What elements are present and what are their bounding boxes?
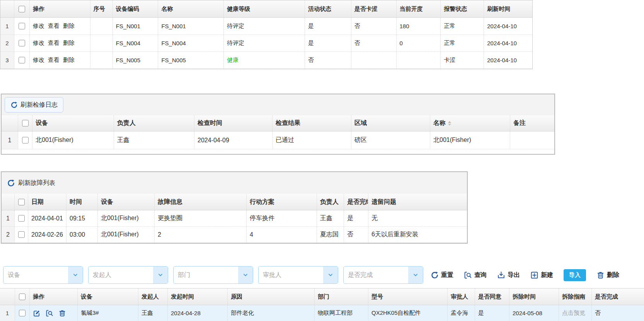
cell-stuck bbox=[351, 52, 396, 69]
col-header-seq: 序号 bbox=[90, 0, 112, 18]
cell-refresh-time: 2024-04-10 bbox=[484, 18, 532, 35]
create-button[interactable]: 新建 bbox=[530, 271, 553, 279]
row-checkbox[interactable] bbox=[22, 137, 29, 143]
cell-reason: 部件老化 bbox=[227, 305, 314, 321]
row-checkbox[interactable] bbox=[18, 215, 25, 222]
delete-link[interactable]: 删除 bbox=[63, 56, 75, 64]
reset-button[interactable]: 重置 bbox=[431, 271, 453, 279]
table-row: 3 修改 查看 删除 FS_N005 FS_N005 健康 否 卡涩 2024-… bbox=[0, 52, 532, 69]
sort-icon[interactable] bbox=[448, 121, 451, 126]
cell-refresh-time: 2024-04-10 bbox=[484, 35, 532, 52]
table-row-selected: 1 氯碱3# 王鑫 2024-04-28 部件老化 物联网工程部 QX2HK05… bbox=[0, 305, 644, 321]
completed-filter-select[interactable]: 是否完成 bbox=[343, 266, 423, 284]
cell-model: QX2HK05自检配件 bbox=[368, 305, 447, 321]
col-header-area: 区域 bbox=[351, 115, 430, 131]
cell-removal-time: 2024-05-08 bbox=[509, 305, 559, 321]
cell-remaining: 无 bbox=[368, 210, 467, 227]
row-checkbox[interactable] bbox=[19, 57, 25, 63]
chevron-down-icon bbox=[238, 266, 253, 283]
cell-remark bbox=[510, 131, 554, 149]
chevron-down-icon bbox=[408, 266, 423, 283]
cell-fault-info: 更换垫圈 bbox=[154, 210, 246, 227]
cell-agree: 是 bbox=[475, 305, 509, 321]
filter-toolbar: 设备 发起人 部门 审批人 是否完成 重置 查询 导出 bbox=[3, 266, 619, 284]
row-checkbox-cell bbox=[14, 210, 28, 227]
row-checkbox[interactable] bbox=[18, 231, 25, 238]
initiator-filter-select[interactable]: 发起人 bbox=[88, 266, 168, 284]
row-actions bbox=[29, 305, 77, 321]
import-button[interactable]: 导入 bbox=[564, 269, 586, 281]
col-header-approver: 审批人 bbox=[447, 289, 475, 305]
col-header-date: 日期 bbox=[28, 194, 66, 210]
view-link[interactable]: 查看 bbox=[48, 56, 60, 64]
row-checkbox-cell bbox=[15, 305, 29, 321]
col-header-model: 型号 bbox=[368, 289, 447, 305]
col-header-owner: 负责人 bbox=[317, 194, 344, 210]
approver-filter-select[interactable]: 审批人 bbox=[258, 266, 338, 284]
cell-time: 09:15 bbox=[66, 210, 97, 227]
select-all-checkbox[interactable] bbox=[18, 199, 25, 205]
export-icon bbox=[497, 271, 505, 279]
edit-link[interactable]: 修改 bbox=[33, 39, 44, 47]
row-checkbox[interactable] bbox=[19, 310, 26, 316]
col-header-name: 名称 bbox=[158, 0, 223, 18]
cell-approver: 孟令海 bbox=[447, 305, 475, 321]
delete-label: 删除 bbox=[607, 271, 619, 279]
col-header-check-result: 检查结果 bbox=[272, 115, 351, 131]
refresh-fault-list-button[interactable]: 刷新故障列表 bbox=[7, 179, 55, 187]
export-button[interactable]: 导出 bbox=[497, 271, 520, 279]
select-all-checkbox[interactable] bbox=[19, 294, 26, 300]
row-checkbox[interactable] bbox=[19, 40, 25, 46]
cell-opening bbox=[396, 52, 441, 69]
trash-icon[interactable] bbox=[58, 309, 66, 317]
cell-seq bbox=[90, 35, 112, 52]
row-checkbox[interactable] bbox=[19, 23, 25, 29]
col-header-active: 活动状态 bbox=[305, 0, 351, 18]
table-header-row: 操作 设备 发起人 发起时间 原因 部门 型号 审批人 是否同意 拆除时间 拆除… bbox=[0, 289, 644, 305]
view-link[interactable]: 查看 bbox=[48, 22, 60, 30]
cell-fault-info: 2 bbox=[154, 227, 246, 243]
cell-completed: 否 bbox=[591, 305, 644, 321]
cell-opening: 180 bbox=[396, 18, 441, 35]
cell-owner: 夏志国 bbox=[317, 227, 344, 243]
device-filter-select[interactable]: 设备 bbox=[3, 266, 83, 284]
cell-action-plan: 4 bbox=[246, 227, 317, 243]
fault-list-panel: 刷新故障列表 日期 时间 设备 故障信息 行动方案 负责人 是否完结 遗留问题 … bbox=[1, 171, 468, 244]
query-button[interactable]: 查询 bbox=[464, 271, 487, 279]
table-row: 1 2024-04-01 09:15 北001(Fisher) 更换垫圈 停车换… bbox=[2, 210, 467, 227]
preview-guide-link[interactable]: 点击预览 bbox=[559, 305, 591, 321]
delete-button[interactable]: 删除 bbox=[596, 271, 619, 279]
inspection-toolbar: 刷新检修日志 bbox=[2, 94, 554, 115]
edit-link[interactable]: 修改 bbox=[33, 56, 44, 64]
cell-alarm: 正常 bbox=[440, 18, 484, 35]
edit-link[interactable]: 修改 bbox=[33, 22, 44, 30]
edit-icon[interactable] bbox=[33, 309, 41, 317]
view-link[interactable]: 查看 bbox=[48, 39, 60, 47]
department-filter-select[interactable]: 部门 bbox=[173, 266, 253, 284]
col-header-refresh-time: 刷新时间 bbox=[484, 0, 532, 18]
refresh-icon bbox=[10, 101, 18, 109]
delete-link[interactable]: 删除 bbox=[63, 22, 75, 30]
col-header-device: 设备 bbox=[77, 289, 138, 305]
delete-link[interactable]: 删除 bbox=[63, 39, 75, 47]
col-header-operation: 操作 bbox=[29, 0, 90, 18]
cell-device-code: FS_N001 bbox=[112, 18, 158, 35]
row-checkbox-cell bbox=[14, 35, 29, 52]
refresh-inspection-log-button[interactable]: 刷新检修日志 bbox=[5, 97, 63, 113]
col-header-device: 设备 bbox=[97, 194, 154, 210]
refresh-inspection-log-label: 刷新检修日志 bbox=[20, 101, 58, 109]
select-all-cell bbox=[15, 289, 29, 305]
col-header-opening: 当前开度 bbox=[396, 0, 441, 18]
cell-date: 2024-02-26 bbox=[28, 227, 66, 243]
refresh-icon bbox=[431, 271, 439, 279]
select-all-checkbox[interactable] bbox=[22, 120, 29, 126]
select-all-checkbox[interactable] bbox=[19, 6, 25, 12]
cell-seq bbox=[90, 52, 112, 69]
row-number: 2 bbox=[0, 35, 14, 52]
cell-active: 是 bbox=[305, 18, 351, 35]
col-header-name-sortable[interactable]: 名称 bbox=[430, 115, 510, 131]
cell-health-good: 健康 bbox=[223, 52, 305, 69]
preview-icon[interactable] bbox=[46, 309, 53, 317]
rownum-header bbox=[2, 115, 18, 131]
cell-device: 北001(Fisher) bbox=[97, 210, 154, 227]
